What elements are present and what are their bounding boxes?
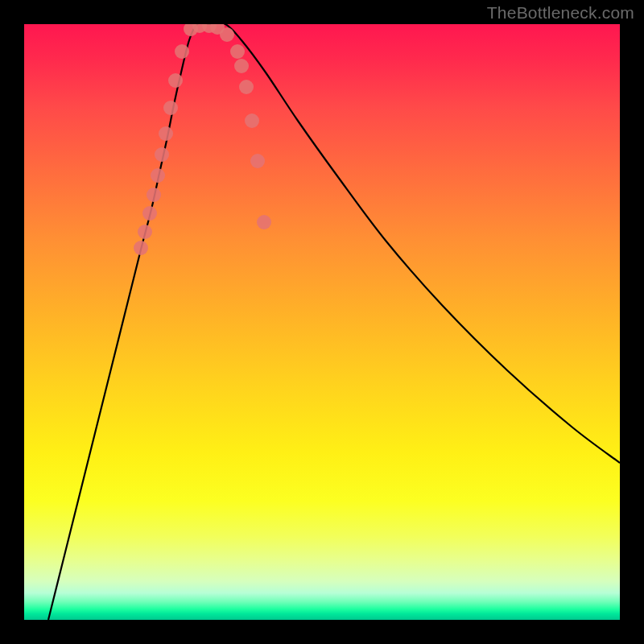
- curve-marker: [155, 147, 169, 162]
- curve-marker: [245, 114, 259, 128]
- curve-marker: [147, 188, 161, 202]
- curve-marker: [220, 27, 234, 42]
- watermark-text: TheBottleneck.com: [487, 3, 634, 23]
- curve-marker: [138, 225, 152, 239]
- curve-marker: [234, 59, 249, 73]
- curve-marker: [151, 168, 165, 183]
- curve-marker: [168, 73, 183, 88]
- curve-marker: [163, 101, 178, 115]
- curve-marker: [159, 126, 173, 141]
- curve-marker: [230, 44, 245, 59]
- chart-outer-frame: TheBottleneck.com: [0, 0, 644, 644]
- curve-marker: [250, 154, 265, 168]
- curve-markers: [134, 24, 271, 255]
- curve-svg: [24, 24, 620, 620]
- bottleneck-curve: [48, 24, 620, 620]
- curve-marker: [134, 241, 148, 255]
- curve-marker: [175, 44, 189, 59]
- curve-marker: [239, 80, 254, 94]
- curve-marker: [142, 206, 157, 221]
- plot-area: [24, 24, 620, 620]
- curve-marker: [257, 215, 271, 229]
